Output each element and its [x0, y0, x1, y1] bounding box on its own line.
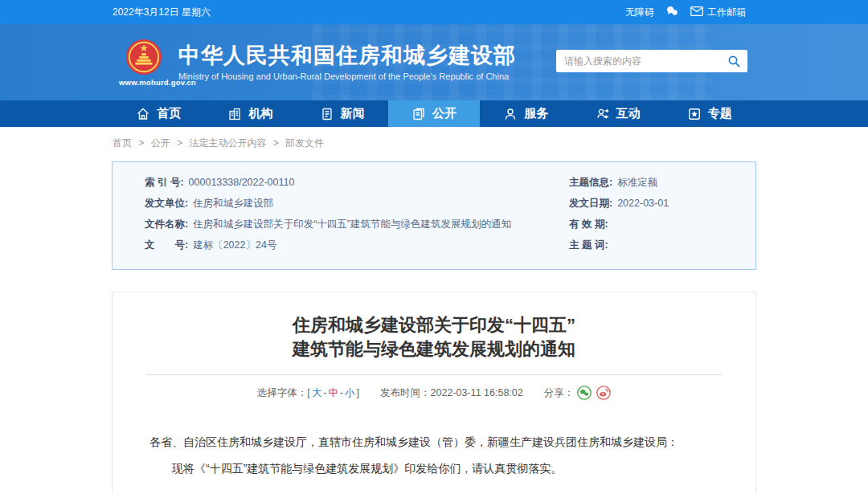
weibo-share-button[interactable]: [596, 386, 611, 400]
topbar-links: 无障碍 工作邮箱: [625, 5, 746, 19]
breadcrumb-home[interactable]: 首页: [113, 137, 132, 149]
nav-item-org[interactable]: 机构: [204, 100, 296, 127]
mail-icon: [690, 6, 703, 18]
site-url: www.mohurd.gov.cn: [119, 78, 169, 87]
share-icons: [577, 386, 611, 400]
service-icon: [503, 107, 518, 121]
font-size-medium-link[interactable]: 中: [328, 386, 338, 400]
document-meta-row: 选择字体： [ 大 - 中 - 小 ] 发布时间： 2022-03-11 16:…: [113, 386, 755, 400]
org-icon: [227, 107, 242, 121]
info-row-keywords: 主 题 词:: [569, 239, 739, 252]
breadcrumb-separator: >: [177, 137, 182, 149]
nav-item-news[interactable]: 新闻: [297, 100, 388, 127]
document-title-line1: 住房和城乡建设部关于印发“十四五”: [113, 313, 755, 337]
info-row-document-name: 文件名称: 住房和城乡建设部关于印发“十四五”建筑节能与绿色建筑发展规划的通知: [145, 218, 569, 231]
info-label: 发文日期:: [569, 197, 612, 210]
site-logo[interactable]: www.mohurd.gov.cn: [119, 39, 169, 87]
info-label: 有 效 期:: [569, 218, 608, 231]
news-icon: [320, 107, 334, 121]
info-value: 住房和城乡建设部关于印发“十四五”建筑节能与绿色建筑发展规划的通知: [193, 218, 511, 231]
nav-item-home[interactable]: 首页: [113, 100, 204, 127]
document-paragraph: 现将《“十四五”建筑节能与绿色建筑发展规划》印发给你们，请认真贯彻落实。: [149, 455, 719, 482]
nav-item-topics[interactable]: 专题: [664, 100, 755, 127]
share-label: 分享：: [544, 386, 575, 400]
info-label: 主题信息:: [569, 176, 612, 190]
document-body: 各省、自治区住房和城乡建设厅，直辖市住房和城乡建设（管）委，新疆生产建设兵团住房…: [113, 400, 755, 482]
search-button[interactable]: [727, 55, 741, 68]
chat-link[interactable]: [665, 5, 679, 19]
info-row-issuing-unit: 发文单位: 住房和城乡建设部: [145, 197, 569, 210]
font-separator: -: [323, 387, 326, 398]
font-separator: -: [340, 387, 343, 398]
nav-item-disclosure[interactable]: 公开: [388, 100, 480, 127]
nav-label: 服务: [524, 106, 548, 121]
home-icon: [136, 107, 150, 121]
nav-label: 机构: [248, 106, 272, 121]
info-panel-left: 索 引 号: 000013338/2022-00110 发文单位: 住房和城乡建…: [145, 176, 569, 259]
info-row-document-number: 文 号: 建标〔2022〕24号: [145, 239, 569, 252]
main-nav: 首页 机构 新闻 公开 服务 互动 专题: [0, 100, 868, 127]
breadcrumb-current: 部发文件: [285, 137, 324, 149]
site-name-english: Ministry of Housing and Urban-Rural Deve…: [178, 71, 516, 81]
info-value: 建标〔2022〕24号: [193, 239, 276, 252]
nav-label: 互动: [616, 106, 641, 121]
font-bracket: ]: [357, 387, 359, 398]
document-info-panel: 索 引 号: 000013338/2022-00110 发文单位: 住房和城乡建…: [112, 161, 756, 270]
mailbox-label: 工作邮箱: [707, 6, 746, 19]
breadcrumb: 首页 > 公开 > 法定主动公开内容 > 部发文件: [0, 127, 868, 158]
accessibility-label: 无障碍: [625, 6, 654, 19]
breadcrumb-separator: >: [273, 137, 279, 149]
breadcrumb-separator: >: [138, 137, 144, 149]
topbar: 2022年3月12日 星期六 无障碍 工作邮箱: [0, 0, 868, 24]
search-box: [556, 50, 747, 72]
title-divider: [146, 374, 722, 375]
font-bracket: [: [307, 387, 309, 398]
document-title: 住房和城乡建设部关于印发“十四五” 建筑节能与绿色建筑发展规划的通知: [113, 313, 755, 361]
info-label: 主 题 词:: [569, 239, 608, 252]
font-selector-label: 选择字体：: [257, 386, 308, 400]
site-header: www.mohurd.gov.cn 中华人民共和国住房和城乡建设部 Minist…: [0, 24, 868, 100]
info-value: 标准定额: [617, 176, 657, 190]
info-label: 文件名称:: [145, 218, 188, 231]
info-value: 000013338/2022-00110: [189, 176, 295, 190]
breadcrumb-statutory[interactable]: 法定主动公开内容: [189, 137, 266, 149]
breadcrumb-disclosure[interactable]: 公开: [151, 137, 170, 149]
info-label: 发文单位:: [145, 197, 188, 210]
nav-label: 新闻: [341, 106, 365, 121]
weibo-share-icon: [596, 386, 611, 400]
document-paragraph: 各省、自治区住房和城乡建设厅，直辖市住房和城乡建设（管）委，新疆生产建设兵团住房…: [149, 429, 719, 455]
search-input[interactable]: [564, 55, 727, 67]
nav-item-interaction[interactable]: 互动: [571, 100, 663, 127]
font-size-large-link[interactable]: 大: [312, 386, 322, 400]
info-value: 2022-03-01: [617, 197, 669, 210]
info-row-index-number: 索 引 号: 000013338/2022-00110: [145, 176, 569, 190]
accessibility-link[interactable]: 无障碍: [625, 6, 654, 19]
info-label: 索 引 号:: [145, 176, 184, 190]
site-title-block: 中华人民共和国住房和城乡建设部 Ministry of Housing and …: [178, 43, 516, 81]
info-row-issue-date: 发文日期: 2022-03-01: [569, 197, 739, 210]
font-size-selector: 选择字体： [ 大 - 中 - 小 ]: [257, 386, 359, 400]
document-card: 住房和城乡建设部关于印发“十四五” 建筑节能与绿色建筑发展规划的通知 选择字体：…: [112, 292, 756, 494]
wechat-share-icon: [577, 386, 592, 400]
nav-item-service[interactable]: 服务: [480, 100, 571, 127]
nav-label: 公开: [432, 106, 457, 121]
info-label: 文 号:: [145, 239, 188, 252]
info-panel-right: 主题信息: 标准定额 发文日期: 2022-03-01 有 效 期: 主 题 词…: [569, 176, 739, 259]
national-emblem-icon: [125, 39, 162, 76]
document-title-line2: 建筑节能与绿色建筑发展规划的通知: [113, 337, 755, 361]
topbar-date: 2022年3月12日 星期六: [113, 6, 211, 19]
info-value: 住房和城乡建设部: [193, 197, 273, 210]
font-size-small-link[interactable]: 小: [345, 386, 355, 400]
topics-icon: [687, 107, 702, 121]
nav-label: 首页: [157, 106, 181, 121]
search-icon: [727, 55, 741, 68]
info-row-topic-info: 主题信息: 标准定额: [569, 176, 739, 190]
publish-time-value: 2022-03-11 16:58:02: [431, 387, 523, 398]
site-name: 中华人民共和国住房和城乡建设部: [178, 43, 516, 67]
share-group: 分享：: [544, 386, 612, 400]
wechat-share-button[interactable]: [577, 386, 592, 400]
info-row-validity-period: 有 效 期:: [569, 218, 739, 231]
work-mailbox-link[interactable]: 工作邮箱: [690, 6, 746, 19]
publish-time-group: 发布时间： 2022-03-11 16:58:02: [380, 386, 523, 400]
nav-label: 专题: [708, 106, 732, 121]
